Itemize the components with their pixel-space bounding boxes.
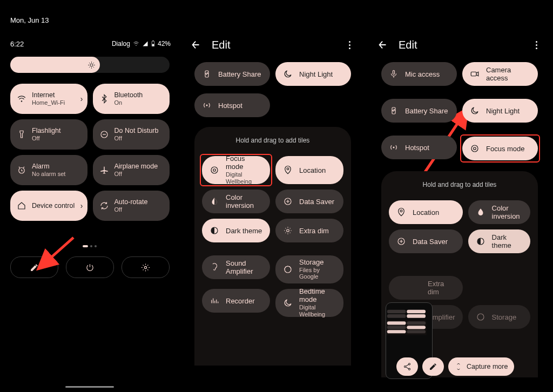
hotspot-icon <box>202 100 212 110</box>
storage-icon <box>283 265 293 274</box>
qs-internet[interactable]: InternetHome_Wi-Fi › <box>10 84 87 114</box>
date-label: Mon, Jun 13 <box>10 16 49 24</box>
battery-share-icon <box>389 106 399 116</box>
tile-color-inversion[interactable]: Color inversion <box>468 200 530 224</box>
svg-point-11 <box>213 169 216 172</box>
invert-icon <box>210 197 219 206</box>
dark-theme-icon <box>210 226 219 235</box>
settings-button[interactable] <box>122 256 170 278</box>
svg-rect-2 <box>152 44 154 46</box>
qs-flashlight[interactable]: FlashlightOff <box>10 119 87 150</box>
signal-icon <box>142 40 149 47</box>
tile-extra-dim[interactable]: Extra dim <box>389 276 463 300</box>
camera-icon <box>470 69 480 79</box>
svg-point-0 <box>136 45 137 46</box>
brightness-slider[interactable] <box>10 57 170 73</box>
page-dots <box>83 245 97 247</box>
tile-extra-dim[interactable]: Extra dim <box>275 219 343 242</box>
tile-night-light[interactable]: Night Light <box>275 62 351 86</box>
share-icon <box>403 362 412 371</box>
hotspot-icon <box>389 143 399 152</box>
ear-icon <box>210 262 219 272</box>
qs-device-controls[interactable]: Device control › <box>10 191 87 221</box>
svg-rect-18 <box>393 70 395 75</box>
dark-theme-icon <box>476 236 485 246</box>
pencil-icon <box>429 362 437 371</box>
power-button[interactable] <box>66 256 114 278</box>
arrow-left-icon <box>190 39 202 51</box>
back-button[interactable] <box>190 39 202 51</box>
tile-focus-mode[interactable]: Focus mode <box>462 137 538 160</box>
svg-point-28 <box>408 363 410 365</box>
tile-hotspot[interactable]: Hotspot <box>194 93 270 117</box>
storage-icon <box>476 312 485 322</box>
svg-point-23 <box>471 145 478 152</box>
battery-share-icon <box>202 69 212 79</box>
dnd-icon <box>99 130 109 139</box>
edit-button[interactable] <box>10 256 58 278</box>
tile-color-inversion[interactable]: Color inversion <box>202 190 270 213</box>
tile-data-saver[interactable]: Data Saver <box>275 190 343 213</box>
arrow-left-icon <box>377 39 389 51</box>
pencil-icon <box>30 263 39 272</box>
svg-point-30 <box>408 368 410 370</box>
tile-dark-theme[interactable]: Dark theme <box>202 219 270 242</box>
carrier-label: Dialog <box>112 40 130 48</box>
svg-point-8 <box>144 266 146 268</box>
tile-sound-amplifier[interactable]: Sound Amplifier <box>202 255 270 279</box>
bedtime-icon <box>283 298 293 308</box>
tile-focus-mode[interactable]: Focus modeDigital Wellbeing <box>202 156 270 184</box>
qs-airplane[interactable]: Airplane modeOff <box>93 155 170 185</box>
more-button[interactable] <box>530 39 542 51</box>
tile-data-saver[interactable]: Data Saver <box>389 229 463 253</box>
invert-icon <box>476 207 485 217</box>
tile-mic-access[interactable]: Mic access <box>381 62 457 86</box>
wifi-icon <box>17 94 26 104</box>
dim-icon <box>283 226 293 235</box>
capture-more-button[interactable]: Capture more <box>448 357 514 376</box>
tile-night-light[interactable]: Night Light <box>462 99 538 123</box>
gear-icon <box>141 263 150 272</box>
svg-point-13 <box>287 168 289 170</box>
svg-point-16 <box>287 229 289 232</box>
mic-icon <box>389 69 399 79</box>
qs-alarm[interactable]: AlarmNo alarm set <box>10 155 87 185</box>
svg-point-4 <box>90 64 93 66</box>
chevron-right-icon: › <box>80 201 83 210</box>
back-button[interactable] <box>377 39 389 51</box>
battery-icon <box>151 40 156 47</box>
bluetooth-icon <box>99 94 109 104</box>
svg-point-12 <box>211 167 218 173</box>
tile-battery-share[interactable]: Battery Share <box>194 62 270 86</box>
qs-bluetooth[interactable]: BluetoothOn <box>93 84 170 114</box>
svg-rect-19 <box>471 72 476 76</box>
home-indicator <box>65 386 114 388</box>
tile-dark-theme[interactable]: Dark theme <box>468 229 530 253</box>
data-saver-icon <box>396 236 406 246</box>
svg-point-21 <box>393 147 395 148</box>
edit-title: Edit <box>399 39 530 51</box>
more-button[interactable] <box>343 39 355 51</box>
qs-autorotate[interactable]: Auto-rotateOff <box>93 191 170 221</box>
svg-rect-3 <box>153 40 154 41</box>
svg-point-29 <box>404 366 406 367</box>
svg-point-24 <box>400 210 402 212</box>
edit-screenshot-button[interactable] <box>422 357 444 376</box>
svg-point-10 <box>206 105 208 106</box>
moon-icon <box>283 69 293 79</box>
recorder-icon <box>210 296 219 306</box>
expand-icon <box>455 363 462 370</box>
svg-point-5 <box>21 100 22 102</box>
share-button[interactable] <box>396 357 418 376</box>
qs-dnd[interactable]: Do Not DisturbOff <box>93 119 170 150</box>
tile-camera-access[interactable]: Camera access <box>462 62 538 86</box>
tile-location[interactable]: Location <box>275 156 343 184</box>
svg-point-22 <box>474 147 476 150</box>
tile-location[interactable]: Location <box>389 200 463 224</box>
tile-battery-share[interactable]: Battery Share <box>381 99 457 123</box>
tile-bedtime[interactable]: Bedtime modeDigital Wellbeing <box>275 289 343 317</box>
tile-storage[interactable]: StorageFiles by Google <box>275 255 343 283</box>
tile-storage[interactable]: Storage <box>468 305 530 329</box>
tile-recorder[interactable]: Recorder <box>202 289 270 313</box>
tile-hotspot[interactable]: Hotspot <box>381 136 457 159</box>
